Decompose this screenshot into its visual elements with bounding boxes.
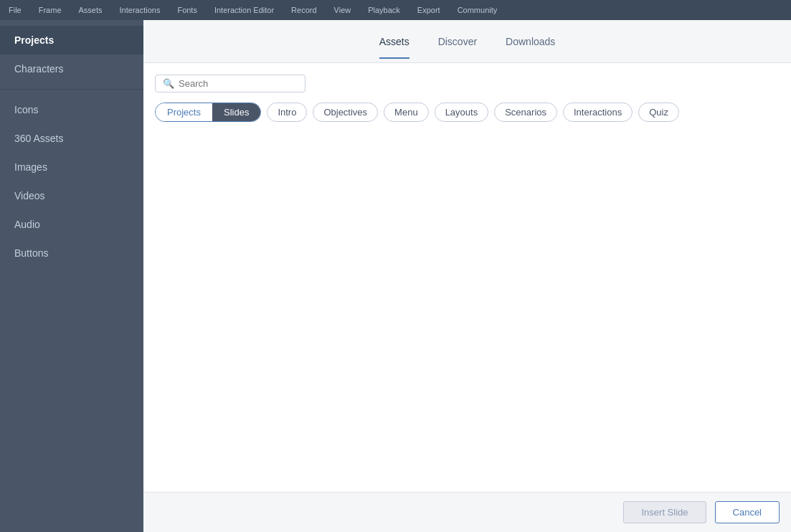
content-grid [155,133,780,480]
menu-assets[interactable]: Assets [76,4,105,16]
menu-interaction-editor[interactable]: Interaction Editor [212,4,277,16]
toggle-pill: Projects Slides [155,103,261,122]
sidebar-item-images[interactable]: Images [0,153,143,181]
filter-pill-layouts[interactable]: Layouts [435,103,489,122]
panel: 🔍 Projects Slides Intro Objectives Menu … [143,63,791,492]
menu-frame[interactable]: Frame [36,4,65,16]
search-input[interactable] [179,78,286,89]
tab-bar: Assets Discover Downloads [143,20,791,63]
cancel-button[interactable]: Cancel [715,501,780,523]
menu-export[interactable]: Export [415,4,443,16]
menu-community[interactable]: Community [455,4,501,16]
filter-pill-scenarios[interactable]: Scenarios [494,103,557,122]
sidebar-item-360assets[interactable]: 360 Assets [0,124,143,153]
sidebar-item-characters[interactable]: Characters [0,54,143,83]
tab-downloads[interactable]: Downloads [506,36,555,59]
tab-assets[interactable]: Assets [379,36,409,59]
content-area: Assets Discover Downloads 🔍 Projects Sli… [143,20,791,532]
menu-view[interactable]: View [331,4,354,16]
search-bar[interactable]: 🔍 [155,75,305,92]
main-container: Projects Characters Icons 360 Assets Ima… [0,20,791,532]
filter-pill-intro[interactable]: Intro [267,103,307,122]
bottom-bar: Insert Slide Cancel [143,492,791,532]
filter-pill-interactions[interactable]: Interactions [563,103,633,122]
sidebar-item-audio[interactable]: Audio [0,210,143,239]
menu-fonts[interactable]: Fonts [174,4,200,16]
sidebar-item-buttons[interactable]: Buttons [0,239,143,267]
filter-pill-quiz[interactable]: Quiz [638,103,679,122]
sidebar-divider [0,89,143,90]
menu-file[interactable]: File [6,4,24,16]
filter-pill-menu[interactable]: Menu [384,103,429,122]
menu-playback[interactable]: Playback [365,4,403,16]
toggle-slides[interactable]: Slides [212,103,260,121]
filter-pill-objectives[interactable]: Objectives [313,103,378,122]
sidebar-item-projects[interactable]: Projects [0,26,143,54]
insert-slide-button[interactable]: Insert Slide [623,501,706,523]
sidebar-item-videos[interactable]: Videos [0,181,143,210]
toggle-projects[interactable]: Projects [156,103,212,121]
sidebar: Projects Characters Icons 360 Assets Ima… [0,20,143,532]
sidebar-item-icons[interactable]: Icons [0,95,143,124]
filter-row: Projects Slides Intro Objectives Menu La… [155,103,780,122]
menu-record[interactable]: Record [288,4,319,16]
tab-discover[interactable]: Discover [438,36,477,59]
menu-interactions[interactable]: Interactions [117,4,164,16]
top-menubar: File Frame Assets Interactions Fonts Int… [0,0,791,20]
search-icon: 🔍 [163,78,174,89]
